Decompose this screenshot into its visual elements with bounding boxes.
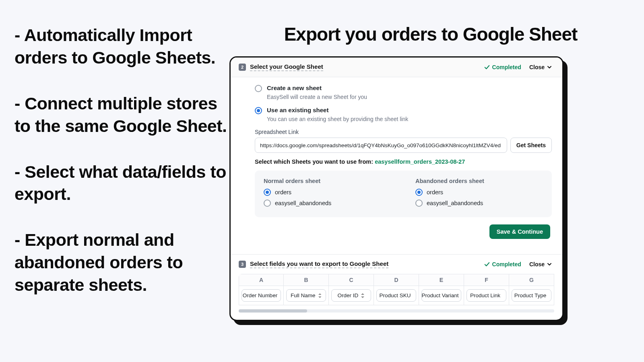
select-prefix: Select which Sheets you want to use from… (255, 158, 375, 165)
step-3-title: Select fields you want to export to Goog… (250, 260, 388, 268)
column-body: Order Number (239, 286, 283, 305)
check-icon (484, 261, 490, 267)
step-3-body: AOrder NumberBFull NameCOrder IDDProduct… (231, 274, 562, 320)
radio-existing-label: Use an existing sheet (267, 107, 328, 113)
radio-icon (255, 85, 262, 92)
fields-table: AOrder NumberBFull NameCOrder IDDProduct… (239, 274, 554, 305)
column-body: Product SKU (374, 286, 419, 305)
page-headline: Export you orders to Google Sheet (229, 23, 632, 45)
radio-existing-sub: You can use an existing sheet by providi… (267, 116, 552, 122)
column-body: Full Name (284, 286, 328, 305)
completed-label: Completed (492, 261, 521, 267)
field-column: GProduct Type (509, 274, 554, 305)
close-label: Close (529, 64, 545, 70)
option-label: orders (427, 189, 443, 195)
radio-create-label: Create a new sheet (267, 84, 322, 91)
column-body: Product Link (464, 286, 509, 305)
field-select[interactable]: Full Name (286, 289, 326, 302)
field-column: AOrder Number (239, 274, 284, 305)
config-panel: 2 Select your Google Sheet Completed Clo… (229, 56, 564, 321)
field-select[interactable]: Product Variant (421, 289, 461, 302)
field-select[interactable]: Product Type (512, 289, 551, 302)
radio-icon (264, 200, 271, 207)
radio-use-existing[interactable]: Use an existing sheet (255, 107, 552, 114)
step-2-body: Create a new sheet EasySell will create … (231, 77, 562, 247)
abandoned-orders-title: Abandoned orders sheet (415, 178, 543, 184)
step-2-badge: 2 (239, 64, 246, 71)
chevron-down-icon (547, 65, 552, 70)
horizontal-scrollbar[interactable] (239, 309, 554, 313)
option-label: easysell_abandoneds (275, 200, 331, 206)
bullet-2: - Connect multiple stores to the same Go… (14, 93, 228, 138)
normal-orders-title: Normal orders sheet (264, 178, 391, 184)
step-2-completed: Completed (484, 64, 521, 70)
column-body: Order ID (329, 286, 374, 305)
abandoned-orders-column: Abandoned orders sheet orders easysell_a… (415, 178, 543, 210)
feature-bullets: - Automatically Import orders to Google … (14, 24, 228, 320)
radio-icon (255, 107, 262, 114)
check-icon (484, 64, 490, 70)
field-select[interactable]: Product SKU (376, 289, 416, 302)
option-label: orders (275, 189, 291, 195)
column-letter: F (464, 274, 509, 286)
column-letter: B (284, 274, 328, 286)
field-column: COrder ID (329, 274, 374, 305)
option-label: easysell_abandoneds (427, 200, 483, 206)
radio-icon (415, 200, 423, 207)
field-select[interactable]: Order ID (331, 289, 371, 302)
step-2-header: 2 Select your Google Sheet Completed Clo… (231, 58, 562, 77)
field-column: BFull Name (284, 274, 329, 305)
step-2-close-button[interactable]: Close (527, 62, 554, 72)
column-body: Product Variant (419, 286, 464, 305)
column-letter: E (419, 274, 464, 286)
field-column: EProduct Variant (419, 274, 464, 305)
svg-marker-3 (318, 296, 321, 298)
step-3-header: 3 Select fields you want to export to Go… (231, 255, 562, 274)
sheet-selection-box: Normal orders sheet orders easysell_aban… (255, 171, 552, 217)
get-sheets-button[interactable]: Get Sheets (510, 138, 552, 153)
radio-create-sub: EasySell will create a new Sheet for you (267, 94, 552, 100)
select-sheets-line: Select which Sheets you want to use from… (255, 158, 552, 165)
column-letter: A (239, 274, 283, 286)
save-continue-button[interactable]: Save & Continue (489, 224, 550, 239)
field-select[interactable]: Order Number (242, 289, 281, 302)
normal-orders-column: Normal orders sheet orders easysell_aban… (264, 178, 391, 210)
radio-icon (415, 189, 423, 196)
column-letter: D (374, 274, 419, 286)
spreadsheet-link-input[interactable] (255, 138, 507, 153)
normal-abandoneds-option[interactable]: easysell_abandoneds (264, 199, 391, 207)
bullet-4: - Export normal and abandoned orders to … (14, 229, 228, 296)
column-body: Product Type (509, 286, 554, 305)
field-column: FProduct Link (464, 274, 509, 305)
radio-create-new[interactable]: Create a new sheet (255, 84, 552, 92)
field-select[interactable]: Product Link (466, 289, 506, 302)
svg-marker-5 (361, 296, 364, 298)
step-3-close-button[interactable]: Close (527, 259, 554, 269)
abandoned-orders-option[interactable]: orders (415, 188, 543, 196)
close-label: Close (529, 261, 545, 267)
spreadsheet-filename: easysellform_orders_2023-08-27 (375, 158, 465, 165)
completed-label: Completed (492, 64, 521, 70)
svg-marker-4 (361, 293, 364, 295)
column-letter: G (509, 274, 554, 286)
normal-orders-option[interactable]: orders (264, 188, 391, 196)
bullet-3: - Select what data/fields to export. (14, 161, 228, 206)
step-3-badge: 3 (239, 261, 246, 268)
bullet-1: - Automatically Import orders to Google … (14, 24, 228, 69)
column-letter: C (329, 274, 374, 286)
step-3-completed: Completed (484, 261, 521, 267)
chevron-down-icon (547, 262, 552, 267)
scrollbar-thumb[interactable] (239, 309, 307, 313)
svg-marker-2 (318, 293, 321, 295)
radio-icon (264, 189, 271, 196)
spreadsheet-link-label: Spreadsheet Link (255, 129, 552, 135)
step-2-title: Select your Google Sheet (250, 63, 323, 71)
abandoned-abandoneds-option[interactable]: easysell_abandoneds (415, 199, 543, 207)
field-column: DProduct SKU (374, 274, 419, 305)
